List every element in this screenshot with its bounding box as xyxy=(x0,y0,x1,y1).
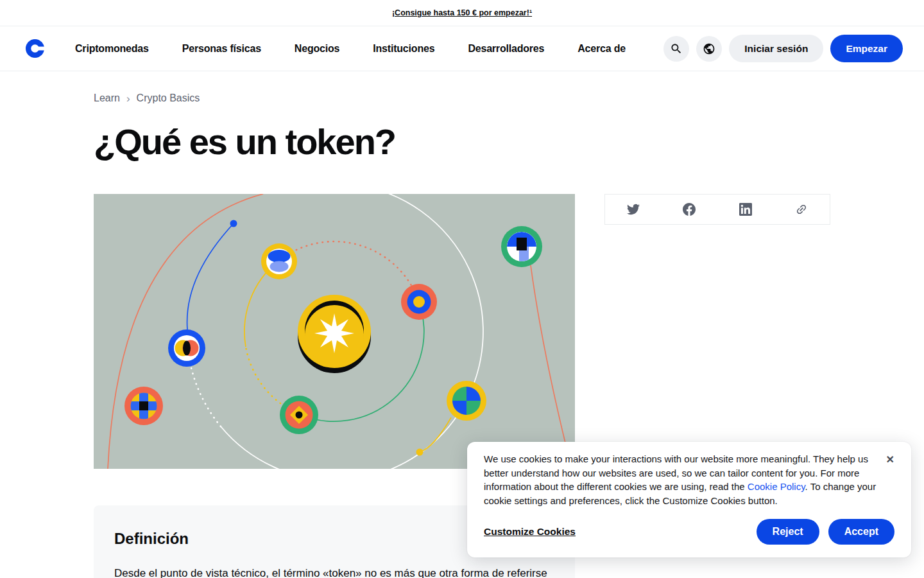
sign-in-button[interactable]: Iniciar sesión xyxy=(729,35,823,62)
nav-item-acerca-de[interactable]: Acerca de xyxy=(578,43,626,55)
token-bullseye xyxy=(401,284,437,320)
blue-orbit-dot xyxy=(230,220,237,227)
token-venn xyxy=(168,329,205,367)
linkedin-icon xyxy=(739,203,752,216)
breadcrumb-crypto-basics[interactable]: Crypto Basics xyxy=(137,92,200,104)
chevron-right-icon: › xyxy=(126,93,130,104)
nav-item-personas-fisicas[interactable]: Personas físicas xyxy=(182,43,261,55)
nav-item-negocios[interactable]: Negocios xyxy=(295,43,339,55)
cookie-banner: ✕ We use cookies to make your interactio… xyxy=(467,442,911,557)
breadcrumb: Learn › Crypto Basics xyxy=(94,92,832,104)
hero-illustration xyxy=(94,194,575,469)
token-quadrant xyxy=(447,381,486,421)
twitter-icon xyxy=(627,203,640,216)
cookie-policy-link[interactable]: Cookie Policy xyxy=(748,481,805,492)
nav-item-criptomonedas[interactable]: Criptomonedas xyxy=(75,43,149,55)
cookie-buttons: Reject Accept xyxy=(757,519,894,545)
language-button[interactable] xyxy=(696,36,722,62)
copy-link-button[interactable] xyxy=(787,197,816,222)
token-central-coin xyxy=(298,295,371,373)
token-diamond xyxy=(280,396,318,434)
share-toolbar xyxy=(604,194,830,225)
breadcrumb-learn[interactable]: Learn xyxy=(94,92,120,104)
nav-item-instituciones[interactable]: Instituciones xyxy=(373,43,434,55)
close-icon[interactable]: ✕ xyxy=(882,452,898,468)
page-title: ¿Qué es un token? xyxy=(94,122,832,162)
token-flag xyxy=(501,226,542,267)
token-lens xyxy=(261,243,297,279)
cookie-message: We use cookies to make your interactions… xyxy=(484,452,882,507)
copy-link-icon xyxy=(795,203,808,216)
get-started-button[interactable]: Empezar xyxy=(830,35,903,62)
nav-actions: Iniciar sesión Empezar xyxy=(663,35,903,62)
search-button[interactable] xyxy=(663,36,689,62)
coinbase-logo-icon xyxy=(26,39,44,58)
coinbase-logo[interactable] xyxy=(26,39,44,58)
token-cross xyxy=(124,387,163,425)
reject-button[interactable]: Reject xyxy=(757,519,819,545)
main-nav: Criptomonedas Personas físicas Negocios … xyxy=(0,26,924,71)
globe-icon xyxy=(703,42,715,55)
facebook-icon xyxy=(683,203,696,216)
share-facebook-button[interactable] xyxy=(675,197,703,222)
search-icon xyxy=(670,42,683,55)
yellow-orbit-dot xyxy=(416,449,424,456)
share-linkedin-button[interactable] xyxy=(732,197,760,222)
accept-button[interactable]: Accept xyxy=(828,519,894,545)
nav-links: Criptomonedas Personas físicas Negocios … xyxy=(75,43,626,55)
share-twitter-button[interactable] xyxy=(619,197,647,222)
definition-body: Desde el punto de vista técnico, el térm… xyxy=(114,565,554,578)
cookie-footer: Customize Cookies Reject Accept xyxy=(484,519,894,545)
customize-cookies-link[interactable]: Customize Cookies xyxy=(484,526,576,538)
promo-link[interactable]: ¡Consigue hasta 150 € por empezar!¹ xyxy=(392,8,532,17)
hero-row xyxy=(94,194,832,469)
nav-item-desarrolladores[interactable]: Desarrolladores xyxy=(468,43,544,55)
promo-banner: ¡Consigue hasta 150 € por empezar!¹ xyxy=(0,0,924,26)
